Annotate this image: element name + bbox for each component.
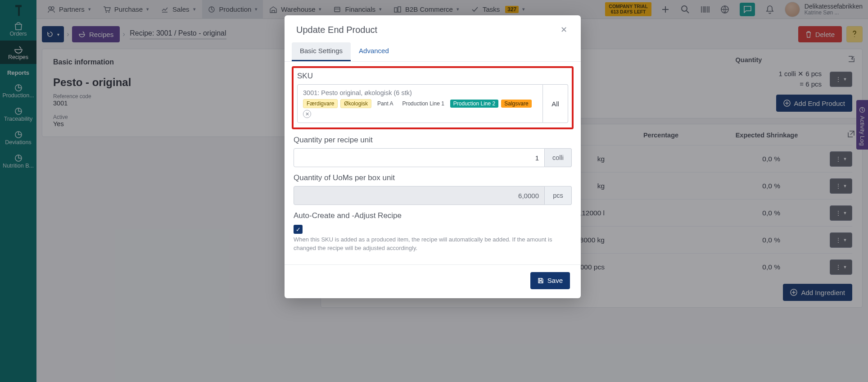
- uom-per-box-label: Quantity of UoMs per box unit: [294, 173, 572, 182]
- sku-selected-value: 3001: Pesto original, økologisk (6 stk): [303, 89, 537, 96]
- sku-tag: Production Line 2: [450, 100, 498, 108]
- auto-create-checkbox[interactable]: ✓: [294, 225, 303, 234]
- sku-clear-icon[interactable]: ✕: [303, 110, 311, 118]
- auto-create-label: Auto-Create and -Adjust Recipe: [294, 211, 572, 220]
- sku-tag: Færdigvare: [303, 99, 338, 108]
- save-button[interactable]: Save: [530, 272, 570, 289]
- uom-per-box-unit: pcs: [545, 186, 572, 205]
- qty-per-recipe-unit: colli: [545, 148, 572, 167]
- qty-per-recipe-label: Quantity per recipe unit: [294, 136, 572, 145]
- sku-tag: Økologisk: [340, 99, 371, 108]
- auto-create-description: When this SKU is added as a produced ite…: [294, 236, 572, 253]
- close-icon[interactable]: ✕: [558, 24, 569, 35]
- qty-per-recipe-input[interactable]: [294, 148, 545, 167]
- tab-basic-settings[interactable]: Basic Settings: [292, 42, 351, 61]
- uom-per-box-input: [294, 186, 545, 205]
- sku-select[interactable]: 3001: Pesto original, økologisk (6 stk) …: [297, 84, 543, 123]
- tab-advanced[interactable]: Advanced: [351, 42, 397, 61]
- sku-tag: Salgsvare: [501, 100, 531, 108]
- sku-tag: Pant A: [374, 100, 396, 108]
- modal-title: Update End Product: [296, 25, 377, 35]
- sku-all-button[interactable]: All: [543, 84, 568, 123]
- sku-highlight-region: SKU 3001: Pesto original, økologisk (6 s…: [292, 66, 574, 129]
- update-end-product-modal: Update End Product ✕ Basic Settings Adva…: [285, 15, 581, 298]
- sku-tag: Production Line 1: [399, 100, 447, 108]
- sku-label: SKU: [297, 72, 568, 81]
